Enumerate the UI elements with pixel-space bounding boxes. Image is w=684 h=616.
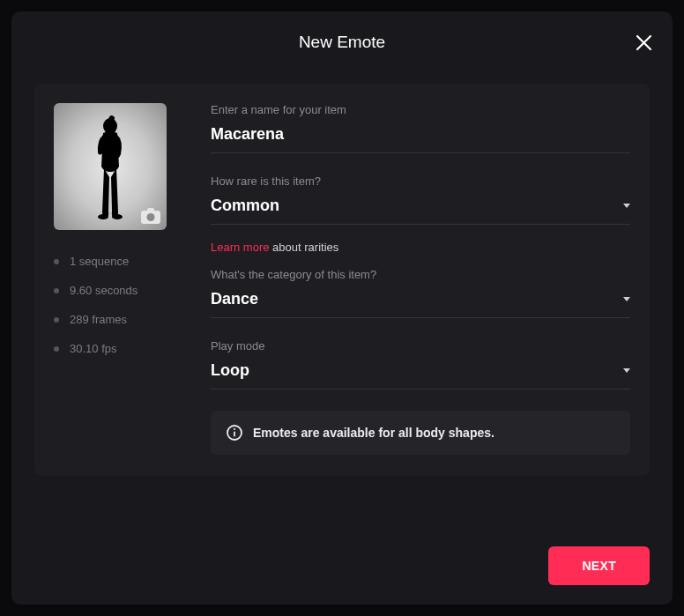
meta-item-sequence: 1 sequence <box>54 255 188 268</box>
rarity-dropdown[interactable]: Common <box>211 197 630 225</box>
dropdown-value: Loop <box>211 361 249 380</box>
meta-label: 289 frames <box>70 313 127 326</box>
field-label: Enter a name for your item <box>211 103 630 116</box>
svg-point-8 <box>234 428 235 430</box>
right-column: Enter a name for your item How rare is t… <box>211 103 630 455</box>
field-category: What's the category of this item? Dance <box>211 268 630 318</box>
field-play-mode: Play mode Loop <box>211 339 630 390</box>
svg-rect-4 <box>147 208 154 212</box>
meta-item-frames: 289 frames <box>54 313 188 326</box>
modal-header: New Emote <box>11 11 673 73</box>
bullet-icon <box>54 317 59 323</box>
camera-icon <box>140 207 161 225</box>
dropdown-value: Dance <box>211 290 258 308</box>
category-dropdown[interactable]: Dance <box>211 290 630 318</box>
bullet-icon <box>54 288 59 293</box>
learn-more-link[interactable]: Learn more <box>211 241 269 254</box>
modal-title: New Emote <box>299 33 385 52</box>
name-input[interactable] <box>211 125 630 153</box>
new-emote-modal: New Emote <box>11 11 673 605</box>
info-text: Emotes are available for all body shapes… <box>253 426 494 440</box>
close-icon <box>636 35 651 50</box>
field-rarity: How rare is this item? Common <box>211 174 630 225</box>
learn-more-suffix: about rarities <box>269 241 338 254</box>
meta-item-duration: 9.60 seconds <box>54 284 188 297</box>
svg-point-2 <box>112 214 123 219</box>
rarity-help-text: Learn more about rarities <box>211 241 630 254</box>
meta-item-fps: 30.10 fps <box>54 342 188 355</box>
play-mode-dropdown[interactable]: Loop <box>211 361 630 390</box>
svg-rect-7 <box>234 432 235 437</box>
info-banner: Emotes are available for all body shapes… <box>211 411 630 455</box>
meta-label: 9.60 seconds <box>70 284 138 297</box>
info-icon <box>227 425 242 441</box>
svg-point-5 <box>147 213 155 221</box>
svg-point-1 <box>98 214 108 219</box>
field-label: How rare is this item? <box>211 174 630 188</box>
chevron-down-icon <box>623 297 630 301</box>
bullet-icon <box>54 346 59 352</box>
close-button[interactable] <box>632 31 655 54</box>
field-label: What's the category of this item? <box>211 268 630 281</box>
meta-label: 30.10 fps <box>70 342 117 355</box>
field-label: Play mode <box>211 339 630 353</box>
avatar-silhouette-icon <box>79 114 141 219</box>
meta-label: 1 sequence <box>70 255 129 268</box>
emote-thumbnail[interactable] <box>54 103 167 230</box>
chevron-down-icon <box>623 204 630 208</box>
chevron-down-icon <box>623 368 630 373</box>
field-name: Enter a name for your item <box>211 103 630 153</box>
content-panel: 1 sequence 9.60 seconds 289 frames 30.10… <box>34 84 650 476</box>
next-button[interactable]: NEXT <box>548 546 650 585</box>
meta-list: 1 sequence 9.60 seconds 289 frames 30.10… <box>54 255 188 355</box>
bullet-icon <box>54 259 59 264</box>
left-column: 1 sequence 9.60 seconds 289 frames 30.10… <box>54 103 188 455</box>
dropdown-value: Common <box>211 197 279 215</box>
modal-footer: NEXT <box>548 546 650 585</box>
